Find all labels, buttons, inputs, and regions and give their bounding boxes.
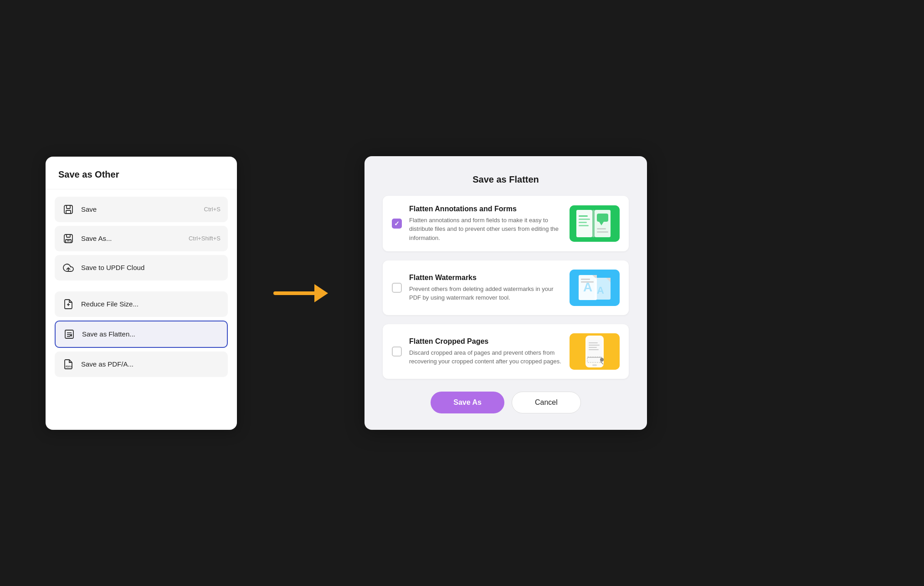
checkbox-watermarks[interactable] xyxy=(392,283,402,293)
option-content-watermarks: Flatten Watermarks Prevent others from d… xyxy=(409,274,562,302)
svg-rect-32 xyxy=(581,281,594,283)
svg-rect-19 xyxy=(579,219,590,220)
option-image-cropped xyxy=(570,333,620,370)
direction-arrow xyxy=(273,284,328,302)
menu-item-pdfa[interactable]: PDF/A Save as PDF/A... xyxy=(55,352,228,377)
main-container: Save as Other Save Ctrl+S xyxy=(0,0,924,586)
dialog-title: Save as Flatten xyxy=(383,174,629,185)
menu-item-save-as[interactable]: Save As... Ctrl+Shift+S xyxy=(55,226,228,251)
left-panel-title: Save as Other xyxy=(58,169,224,180)
svg-rect-22 xyxy=(597,214,608,222)
menu-item-reduce[interactable]: Reduce File Size... xyxy=(55,291,228,317)
option-content-cropped: Flatten Cropped Pages Discard cropped ar… xyxy=(409,337,562,366)
svg-text:A: A xyxy=(597,285,604,296)
svg-rect-31 xyxy=(581,279,590,280)
option-card-annotations: Flatten Annotations and Forms Flatten an… xyxy=(383,196,629,252)
option-card-watermarks: Flatten Watermarks Prevent others from d… xyxy=(383,260,629,315)
menu-item-flatten[interactable]: Save as Flatten... xyxy=(55,321,228,348)
save-shortcut: Ctrl+S xyxy=(204,206,221,213)
reduce-label: Reduce File Size... xyxy=(81,300,214,308)
svg-rect-40 xyxy=(589,345,600,346)
svg-rect-26 xyxy=(592,210,595,237)
svg-rect-24 xyxy=(597,228,606,229)
option-title-watermarks: Flatten Watermarks xyxy=(409,274,562,282)
menu-list: Save Ctrl+S Save As... Ctrl+Shift+S xyxy=(46,189,237,430)
save-as-flatten-dialog: Save as Flatten Flatten Annotations and … xyxy=(364,156,647,430)
svg-rect-4 xyxy=(67,234,70,237)
arrow-head xyxy=(314,284,328,302)
save-label: Save xyxy=(81,205,198,213)
option-image-annotations xyxy=(570,205,620,242)
save-as-label: Save As... xyxy=(81,234,182,242)
arrow-body xyxy=(273,291,314,295)
save-as-button[interactable]: Save As xyxy=(431,392,504,413)
save-as-other-panel: Save as Other Save Ctrl+S xyxy=(46,157,237,430)
cloud-label: Save to UPDF Cloud xyxy=(81,264,214,271)
dialog-actions: Save As Cancel xyxy=(383,392,629,413)
flatten-icon xyxy=(63,328,76,341)
checkbox-annotations[interactable] xyxy=(392,219,402,229)
arrow-container xyxy=(273,284,328,302)
svg-rect-39 xyxy=(589,342,598,343)
option-desc-cropped: Discard cropped area of pages and preven… xyxy=(409,348,562,366)
menu-divider xyxy=(55,284,228,290)
compress-icon xyxy=(62,298,75,311)
save-as-icon xyxy=(62,232,75,245)
option-title-annotations: Flatten Annotations and Forms xyxy=(409,205,562,213)
option-desc-annotations: Flatten annotations and form fields to m… xyxy=(409,216,562,243)
svg-rect-16 xyxy=(576,210,592,237)
svg-rect-1 xyxy=(67,205,70,209)
svg-rect-20 xyxy=(579,222,587,223)
cancel-button[interactable]: Cancel xyxy=(512,392,581,413)
svg-rect-25 xyxy=(597,231,608,233)
pdfa-label: Save as PDF/A... xyxy=(81,360,214,368)
svg-rect-42 xyxy=(589,349,599,350)
svg-rect-47 xyxy=(592,364,597,366)
option-image-watermarks: A A xyxy=(570,270,620,306)
save-icon xyxy=(62,203,75,216)
svg-rect-21 xyxy=(579,225,589,226)
left-panel-header: Save as Other xyxy=(46,157,237,189)
svg-rect-41 xyxy=(589,347,597,348)
pdfa-icon: PDF/A xyxy=(62,358,75,371)
svg-rect-18 xyxy=(579,215,588,217)
menu-item-cloud[interactable]: Save to UPDF Cloud xyxy=(55,255,228,280)
checkbox-cropped[interactable] xyxy=(392,347,402,357)
svg-rect-2 xyxy=(66,210,71,214)
save-as-shortcut: Ctrl+Shift+S xyxy=(189,235,221,242)
option-content-annotations: Flatten Annotations and Forms Flatten an… xyxy=(409,205,562,243)
option-desc-watermarks: Prevent others from deleting added water… xyxy=(409,285,562,302)
svg-rect-0 xyxy=(64,205,72,214)
cloud-icon xyxy=(62,261,75,274)
option-title-cropped: Flatten Cropped Pages xyxy=(409,337,562,346)
option-card-cropped: Flatten Cropped Pages Discard cropped ar… xyxy=(383,324,629,379)
svg-text:PDF/A: PDF/A xyxy=(66,365,72,368)
flatten-label: Save as Flatten... xyxy=(82,330,213,338)
menu-item-save[interactable]: Save Ctrl+S xyxy=(55,197,228,222)
svg-rect-10 xyxy=(65,330,73,338)
